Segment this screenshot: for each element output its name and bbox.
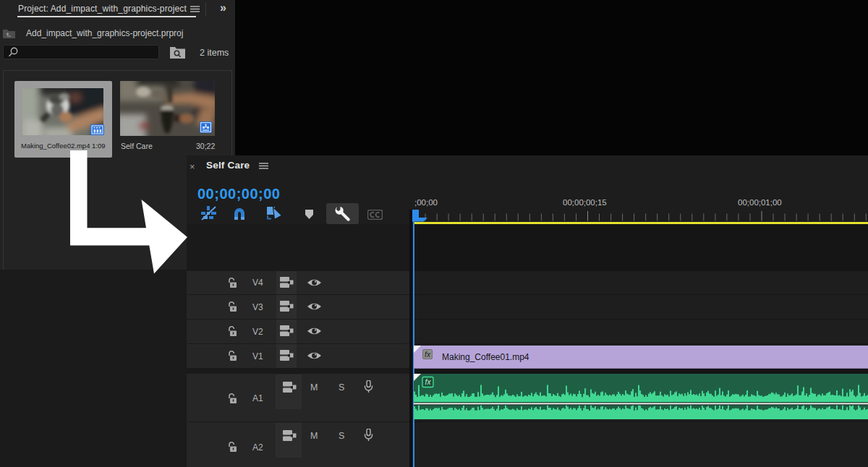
svg-text:fx: fx <box>425 378 432 386</box>
